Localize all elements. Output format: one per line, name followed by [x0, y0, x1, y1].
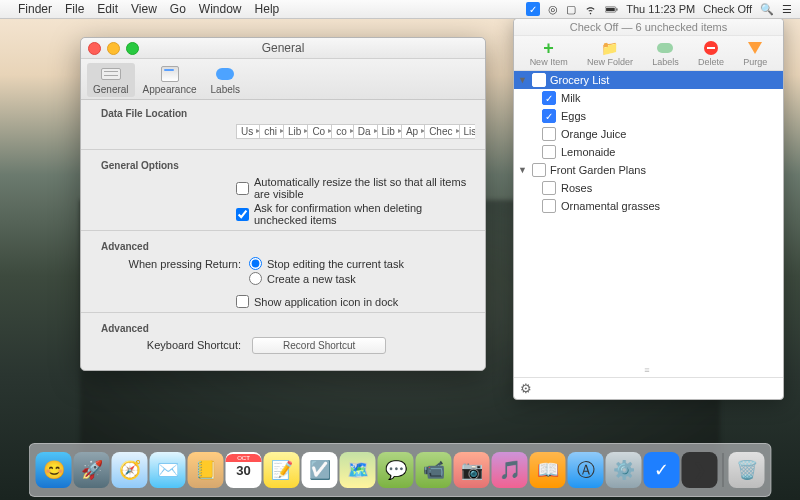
wifi-icon[interactable]: [584, 3, 597, 16]
item-checkbox[interactable]: [542, 127, 556, 141]
item-checkbox[interactable]: ✓: [542, 91, 556, 105]
dock-separator: [723, 453, 724, 487]
dock-notes[interactable]: 📝: [264, 452, 300, 488]
window-titlebar[interactable]: General: [81, 38, 485, 59]
dock-launchpad[interactable]: 🚀: [74, 452, 110, 488]
prefs-toolbar: General Appearance Labels: [81, 59, 485, 100]
tab-labels[interactable]: Labels: [205, 63, 246, 97]
labels-icon: [657, 43, 673, 53]
purge-button[interactable]: Purge: [743, 39, 767, 67]
minimize-button[interactable]: [107, 42, 120, 55]
tab-appearance[interactable]: Appearance: [137, 63, 203, 97]
dock-contacts[interactable]: 📒: [188, 452, 224, 488]
item-checkbox[interactable]: [542, 181, 556, 195]
item-name: Lemonaide: [561, 146, 615, 158]
dock-trash[interactable]: 🗑️: [729, 452, 765, 488]
item-name: Roses: [561, 182, 592, 194]
clock[interactable]: Thu 11:23 PM: [626, 3, 695, 15]
show-dock-icon-checkbox[interactable]: [236, 295, 249, 308]
checklist[interactable]: ▼Grocery List✓Milk✓EggsOrange JuiceLemon…: [514, 71, 783, 363]
disclosure-triangle[interactable]: ▼: [518, 165, 528, 175]
appearance-icon: [161, 66, 179, 82]
label-icon: [216, 68, 234, 80]
checkoff-panel: Check Off — 6 unchecked items +New Item …: [513, 18, 784, 400]
section-data-location: Data File Location: [91, 100, 475, 122]
resize-grip[interactable]: ≡: [514, 363, 783, 377]
section-general-options: General Options: [91, 152, 475, 174]
folder-plus-icon: 📁: [601, 40, 618, 56]
list-item[interactable]: Ornamental grasses: [514, 197, 783, 215]
notification-center-icon[interactable]: ☰: [782, 3, 792, 16]
panel-toolbar: +New Item 📁New Folder Labels Delete Purg…: [514, 36, 783, 71]
ask-confirmation-checkbox[interactable]: [236, 208, 249, 221]
dock-itunes[interactable]: 🎵: [492, 452, 528, 488]
dock-checkoff[interactable]: ✓: [644, 452, 680, 488]
panel-title: Check Off — 6 unchecked items: [514, 19, 783, 36]
dock-messages[interactable]: 💬: [378, 452, 414, 488]
group-row[interactable]: ▼Front Garden Plans: [514, 161, 783, 179]
item-name: Orange Juice: [561, 128, 626, 140]
menubar: Finder File Edit View Go Window Help ✓ ◎…: [0, 0, 800, 19]
item-name: Eggs: [561, 110, 586, 122]
list-item[interactable]: Orange Juice: [514, 125, 783, 143]
group-name: Front Garden Plans: [550, 164, 646, 176]
dock-ibooks[interactable]: 📖: [530, 452, 566, 488]
item-name: Milk: [561, 92, 581, 104]
item-name: Ornamental grasses: [561, 200, 660, 212]
display-icon[interactable]: ◎: [548, 3, 558, 16]
zoom-button[interactable]: [126, 42, 139, 55]
dock: 😊 🚀 🧭 ✉️ 📒 OCT30 📝 ☑️ 🗺️ 💬 📹 📷 🎵 📖 Ⓐ ⚙️ …: [29, 443, 772, 497]
record-shortcut-button[interactable]: Record Shortcut: [252, 337, 386, 354]
sliders-icon: [101, 68, 121, 80]
group-name: Grocery List: [550, 74, 609, 86]
svg-rect-1: [606, 7, 615, 10]
item-checkbox[interactable]: ✓: [542, 109, 556, 123]
close-button[interactable]: [88, 42, 101, 55]
battery-icon[interactable]: [605, 3, 618, 16]
preferences-window: General General Appearance Labels Data F…: [80, 37, 486, 371]
menu-file[interactable]: File: [65, 2, 84, 16]
list-item[interactable]: Roses: [514, 179, 783, 197]
right-app-name[interactable]: Check Off: [703, 3, 752, 15]
menu-view[interactable]: View: [131, 2, 157, 16]
list-item[interactable]: ✓Milk: [514, 89, 783, 107]
checkoff-menubar-icon[interactable]: ✓: [526, 2, 540, 16]
list-item[interactable]: ✓Eggs: [514, 107, 783, 125]
list-item[interactable]: Lemonaide: [514, 143, 783, 161]
group-checkbox[interactable]: [532, 163, 546, 177]
dock-calendar[interactable]: OCT30: [226, 452, 262, 488]
menu-go[interactable]: Go: [170, 2, 186, 16]
section-advanced-2: Advanced: [91, 315, 475, 337]
menu-edit[interactable]: Edit: [97, 2, 118, 16]
airplay-icon[interactable]: ▢: [566, 3, 576, 16]
new-folder-button[interactable]: 📁New Folder: [587, 39, 633, 67]
return-stop-radio[interactable]: [249, 257, 262, 270]
dock-safari[interactable]: 🧭: [112, 452, 148, 488]
app-menu[interactable]: Finder: [18, 2, 52, 16]
dock-reminders[interactable]: ☑️: [302, 452, 338, 488]
auto-resize-checkbox[interactable]: [236, 182, 249, 195]
dock-system-preferences[interactable]: ⚙️: [606, 452, 642, 488]
dock-mail[interactable]: ✉️: [150, 452, 186, 488]
new-item-button[interactable]: +New Item: [530, 39, 568, 67]
dock-terminal[interactable]: ❯: [682, 452, 718, 488]
tab-general[interactable]: General: [87, 63, 135, 97]
disclosure-triangle[interactable]: ▼: [518, 75, 528, 85]
data-path-breadcrumb[interactable]: Us chi Lib Co co Da Lib Ap Chec ListData…: [91, 122, 475, 145]
delete-button[interactable]: Delete: [698, 39, 724, 67]
group-row[interactable]: ▼Grocery List: [514, 71, 783, 89]
dock-photobooth[interactable]: 📷: [454, 452, 490, 488]
dock-finder[interactable]: 😊: [36, 452, 72, 488]
item-checkbox[interactable]: [542, 199, 556, 213]
gear-icon[interactable]: ⚙: [520, 381, 532, 396]
return-new-radio[interactable]: [249, 272, 262, 285]
item-checkbox[interactable]: [542, 145, 556, 159]
menu-window[interactable]: Window: [199, 2, 242, 16]
group-checkbox[interactable]: [532, 73, 546, 87]
dock-facetime[interactable]: 📹: [416, 452, 452, 488]
dock-appstore[interactable]: Ⓐ: [568, 452, 604, 488]
menu-help[interactable]: Help: [255, 2, 280, 16]
labels-button[interactable]: Labels: [652, 39, 679, 67]
dock-maps[interactable]: 🗺️: [340, 452, 376, 488]
spotlight-icon[interactable]: 🔍: [760, 3, 774, 16]
